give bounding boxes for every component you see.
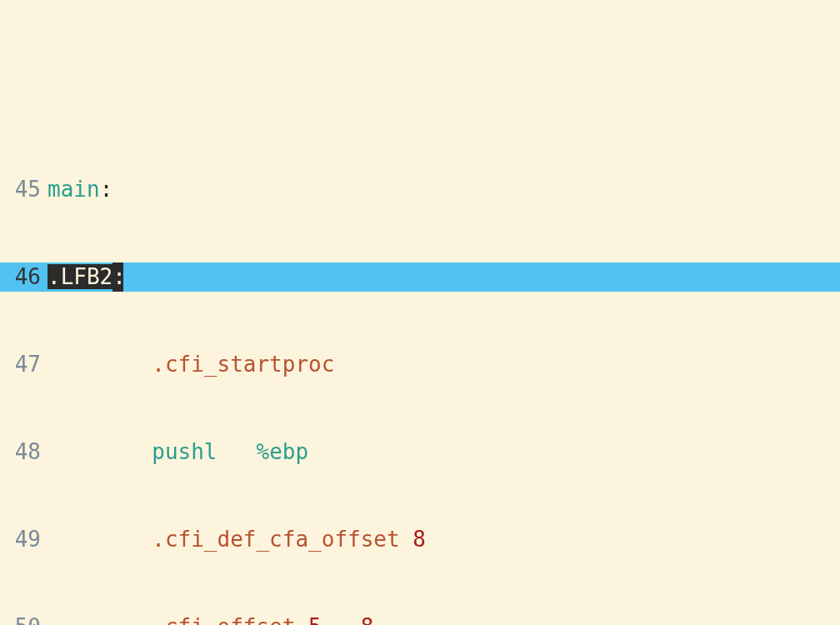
colon: : bbox=[100, 177, 113, 202]
line-number: 45 bbox=[0, 175, 48, 204]
register: %ebp bbox=[256, 439, 308, 464]
line-number: 46 bbox=[0, 262, 48, 292]
comma: , bbox=[322, 614, 335, 625]
number: 5 bbox=[308, 614, 322, 625]
text-cursor: : bbox=[112, 262, 123, 292]
mnemonic: pushl bbox=[152, 439, 217, 464]
number: -8 bbox=[348, 614, 373, 625]
code-line: 45main: bbox=[0, 175, 840, 204]
line-number: 50 bbox=[0, 612, 48, 625]
label: main bbox=[48, 177, 100, 202]
code-line: 47 .cfi_startproc bbox=[0, 350, 840, 379]
line-number: 47 bbox=[0, 350, 48, 379]
directive: .cfi_offset bbox=[152, 614, 295, 625]
directive: .cfi_startproc bbox=[152, 352, 334, 377]
selected-label: .LFB2 bbox=[48, 264, 112, 289]
line-number: 49 bbox=[0, 525, 48, 554]
code-line: 50 .cfi_offset 5, -8 bbox=[0, 612, 840, 625]
code-line-current: 46.LFB2: bbox=[0, 262, 840, 292]
line-number: 48 bbox=[0, 438, 48, 467]
number: 8 bbox=[412, 527, 426, 552]
code-line: 49 .cfi_def_cfa_offset 8 bbox=[0, 525, 840, 554]
code-editor[interactable]: 45main: 46.LFB2: 47 .cfi_startproc 48 pu… bbox=[0, 117, 840, 625]
code-line: 48 pushl %ebp bbox=[0, 438, 840, 467]
directive: .cfi_def_cfa_offset bbox=[152, 527, 399, 552]
